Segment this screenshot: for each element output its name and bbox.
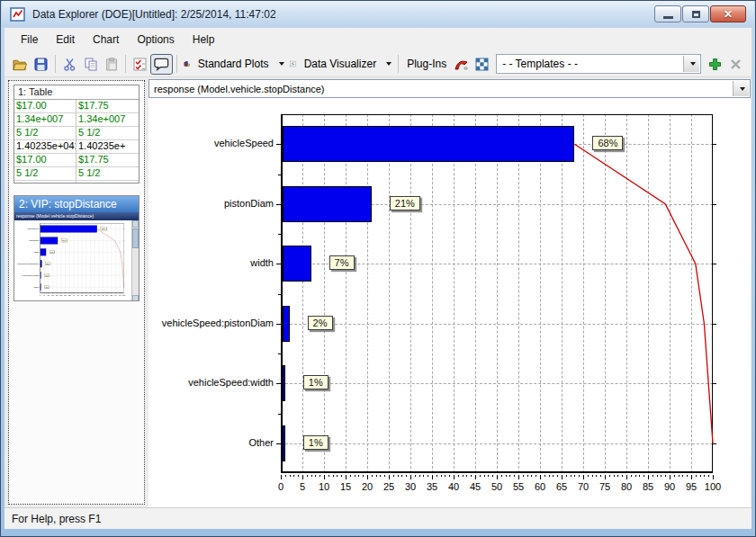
cut-icon (63, 58, 76, 71)
x-tick (639, 475, 640, 477)
open-button[interactable] (10, 54, 31, 75)
x-tick (484, 475, 485, 477)
scrollbar-thumb[interactable] (132, 228, 139, 248)
menu-help[interactable]: Help (184, 30, 224, 49)
delete-template-button[interactable] (725, 54, 746, 75)
minimize-icon (663, 16, 673, 19)
vip-scrollbar[interactable] (131, 220, 139, 301)
x-tick-label: 80 (616, 481, 637, 492)
grid-icon (475, 58, 489, 71)
dropdown-arrow-icon[interactable] (733, 81, 749, 96)
x-tick (428, 475, 428, 477)
window-title: Data Explorer (DOE)[Untitled]: 2/25/2014… (32, 8, 276, 21)
menu-chart[interactable]: Chart (84, 30, 128, 49)
x-tick-label: 100 (122, 294, 126, 296)
y-tick (713, 324, 716, 325)
menu-file[interactable]: File (12, 30, 47, 49)
menu-options[interactable]: Options (128, 30, 183, 49)
add-template-button[interactable] (705, 54, 725, 75)
delete-x-icon (730, 58, 742, 70)
table-row: 5.235.23 (14, 181, 139, 183)
restore-button[interactable] (682, 5, 709, 22)
x-tick (708, 475, 709, 477)
minimize-button[interactable] (654, 5, 681, 22)
plugin-grid-button[interactable] (472, 54, 492, 75)
app-window: Data Explorer (DOE)[Untitled]: 2/25/2014… (0, 0, 756, 537)
vip-panel-thumbnail[interactable]: 2: VIP: stopDistance response (Model.veh… (14, 195, 140, 301)
pareto-chart: vehicleSpeedpistonDiamwidthvehicleSpeed:… (148, 100, 751, 507)
speech-bubble-icon (154, 57, 169, 71)
category-label: vehicleSpeed (148, 138, 274, 148)
plugin-surface-button[interactable] (451, 54, 472, 75)
x-tick (549, 475, 550, 477)
table-panel-title: 1: Table (14, 85, 139, 100)
response-selector[interactable]: response (Model.vehicle.stopDistance) (148, 79, 751, 98)
toolbar-separator (398, 55, 399, 73)
y-tick (276, 383, 281, 384)
x-tick-label: 45 (464, 481, 486, 492)
x-tick (518, 475, 519, 479)
scroll-down-icon[interactable] (132, 295, 139, 301)
x-tick (398, 475, 399, 477)
x-tick (501, 475, 502, 477)
x-tick (423, 475, 424, 477)
y-tick (276, 204, 281, 205)
x-tick (449, 475, 450, 477)
category-label: vehicleSpeed:width (148, 377, 274, 388)
cumulative-line (281, 114, 713, 473)
checklist-icon (133, 58, 147, 71)
scroll-up-icon[interactable] (132, 220, 139, 228)
x-tick (652, 475, 653, 477)
category-label: Other (14, 286, 39, 288)
table-row: 5 1/25 1/2 (14, 167, 139, 181)
bar-value-label: 1% (44, 273, 49, 276)
x-tick (471, 475, 472, 477)
x-tick (674, 475, 675, 477)
dropdown-arrow-icon[interactable] (683, 56, 699, 72)
x-tick (281, 475, 282, 479)
copy-button[interactable] (80, 54, 101, 75)
menu-edit[interactable]: Edit (47, 30, 84, 49)
x-tick (579, 475, 580, 477)
templates-combobox[interactable]: - - Templates - - (496, 54, 701, 74)
close-button[interactable]: ✕ (710, 5, 746, 22)
standard-plots-button[interactable]: Standard Plots (181, 54, 287, 75)
x-tick (661, 475, 662, 477)
surface-plot-icon (454, 58, 469, 71)
x-tick (574, 475, 575, 477)
x-tick-label: 55 (508, 481, 529, 492)
bar-value-label: 2% (45, 263, 50, 265)
x-tick (320, 475, 320, 477)
table-cell: $17.75 (76, 154, 139, 166)
x-tick (475, 475, 476, 479)
table-cell: 5.23 (76, 181, 139, 183)
data-visualizer-icon (290, 57, 296, 71)
x-tick (363, 475, 364, 477)
bar-value-label: 2% (308, 316, 333, 330)
x-tick (644, 475, 644, 477)
paste-button[interactable] (101, 54, 122, 75)
content-area: 1: Table $17.00$17.751.34e+0071.34e+0075… (4, 77, 752, 507)
bar-value-label: 1% (303, 375, 328, 389)
save-button[interactable] (31, 54, 51, 75)
table-cell: $17.00 (14, 100, 76, 112)
x-tick (488, 475, 489, 477)
run-checklist-button[interactable] (130, 54, 150, 75)
bar-value-label: 68% (592, 136, 623, 150)
x-tick (700, 475, 701, 477)
table-cell: 5.23 (14, 181, 76, 183)
window-controls: ✕ (654, 5, 746, 22)
cut-button[interactable] (59, 54, 80, 75)
x-tick (609, 475, 610, 477)
x-tick (553, 475, 554, 477)
data-visualizer-button[interactable]: Data Visualizer (287, 54, 395, 75)
x-tick (307, 475, 308, 477)
x-tick (458, 475, 459, 477)
chevron-down-icon (386, 62, 392, 66)
x-tick (571, 475, 572, 477)
x-tick (509, 475, 510, 477)
annotation-button[interactable] (150, 54, 173, 75)
x-tick (614, 475, 615, 477)
y-tick (276, 324, 281, 325)
table-panel-thumbnail[interactable]: 1: Table $17.00$17.751.34e+0071.34e+0075… (14, 85, 140, 183)
